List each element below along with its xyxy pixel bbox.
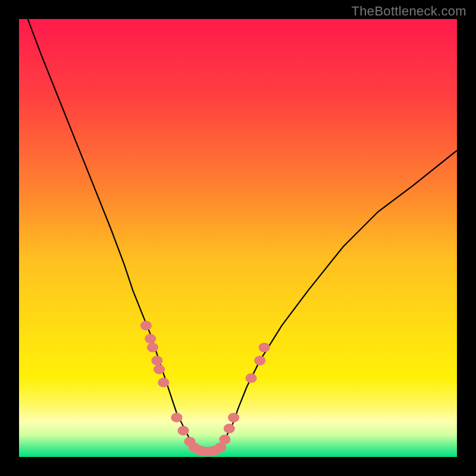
svg-point-20 (246, 373, 257, 383)
highlight-dots (140, 321, 270, 456)
outer-frame: TheBottleneck.com (0, 0, 476, 476)
chart-svg (19, 19, 457, 457)
svg-point-17 (219, 434, 230, 444)
plot-area (19, 19, 457, 457)
svg-point-8 (177, 426, 189, 436)
svg-point-6 (158, 378, 169, 387)
watermark-text: TheBottleneck.com (352, 4, 466, 19)
curve-lines (28, 19, 457, 452)
svg-point-4 (151, 356, 162, 365)
svg-point-18 (224, 424, 235, 433)
svg-point-2 (145, 334, 156, 343)
svg-point-3 (147, 343, 158, 352)
svg-point-1 (140, 321, 152, 330)
svg-point-21 (254, 356, 265, 365)
svg-point-7 (171, 413, 182, 422)
svg-point-22 (259, 343, 270, 352)
svg-point-5 (154, 365, 165, 374)
svg-point-19 (228, 413, 239, 422)
